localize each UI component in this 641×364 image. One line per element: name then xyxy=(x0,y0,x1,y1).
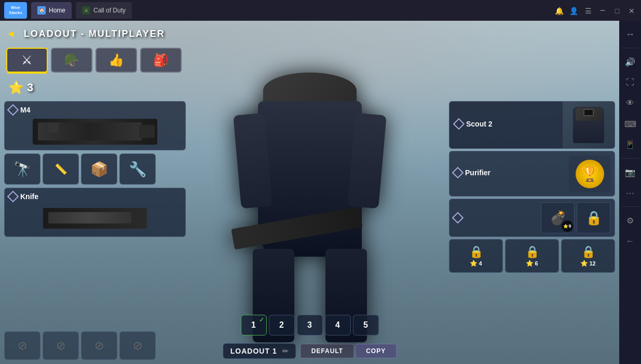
purifier-header: Purifier xyxy=(454,169,565,177)
grenade-slot-1[interactable]: 🔒 xyxy=(577,202,610,233)
bottom-slot-2[interactable]: ⊘ xyxy=(81,331,117,360)
unlock-slot-1[interactable]: 🔒 ⭐ 6 xyxy=(505,239,559,273)
game-viewport: ◄ LOADOUT - MULTIPLAYER ⚔ 🪖 👍 xyxy=(0,21,619,364)
scout-card-body: Scout 2 xyxy=(449,102,615,148)
grenade-0-star: ⭐ xyxy=(563,224,568,229)
purifier-name: Purifier xyxy=(465,169,490,177)
sidebar-capture-btn[interactable]: 📷 xyxy=(621,163,639,181)
maximize-btn[interactable]: □ xyxy=(612,6,622,15)
scout-card-image xyxy=(563,102,615,148)
scout-card[interactable]: Scout 2 xyxy=(449,101,615,149)
sidebar-settings-btn[interactable]: ⚙ xyxy=(621,211,639,230)
sidebar-back-btn[interactable]: ← xyxy=(621,232,639,250)
tab-weapons[interactable]: ⚔ xyxy=(6,48,48,73)
diamond-icon xyxy=(7,104,19,116)
tab-perks[interactable]: 🪖 xyxy=(51,48,92,73)
grenade-slot-0[interactable]: 💣 ⭐ 9 xyxy=(541,202,575,233)
loadout-3[interactable]: 3 xyxy=(297,315,323,335)
home-tab-icon: 🏠 xyxy=(37,6,46,15)
titlebar: BlueStacks 🏠 Home ⚔ Call of Duty 🔔 👤 ☰ −… xyxy=(0,0,641,21)
bottom-slot-3[interactable]: ⊘ xyxy=(119,331,156,360)
sidebar-keyboard-btn[interactable]: ⌨ xyxy=(621,115,639,133)
purifier-card[interactable]: Purifier 🏆 xyxy=(449,151,615,197)
bottom-slot-0[interactable]: ⊘ xyxy=(4,331,40,360)
purifier-diamond-icon xyxy=(452,167,464,179)
perks-tab-icon: 🪖 xyxy=(64,53,79,67)
unlock-1-count: 6 xyxy=(535,260,538,267)
sidebar-expand-btn[interactable]: ↔ xyxy=(621,25,639,44)
attachment-0-icon: 🔭 xyxy=(13,161,32,178)
default-button[interactable]: DEFAULT xyxy=(301,344,354,358)
alert-icon[interactable]: 🔔 xyxy=(554,6,564,15)
unlock-2-lock-icon: 🔒 xyxy=(581,245,595,259)
attachment-slot-2[interactable]: 📦 xyxy=(81,153,117,185)
loadout-2[interactable]: 2 xyxy=(269,315,295,335)
back-button[interactable]: ◄ xyxy=(6,29,16,39)
loadout-2-num: 2 xyxy=(279,320,284,330)
sidebar-volume-btn[interactable]: 🔊 xyxy=(621,52,639,71)
scout-card-left: Scout 2 xyxy=(449,116,563,134)
sidebar-eye-btn[interactable]: 👁 xyxy=(621,94,639,113)
unlock-2-star-icon: ⭐ xyxy=(580,260,588,267)
weapons-tab-icon: ⚔ xyxy=(21,53,33,67)
secondary-diamond-icon xyxy=(7,191,19,203)
loadout-edit-button[interactable]: ✏ xyxy=(282,347,289,355)
sidebar-fullscreen-btn[interactable]: ⛶ xyxy=(621,73,639,92)
loadout-1-check: ✓ xyxy=(259,316,264,324)
loadout-name-bar: LOADOUT 1 ✏ DEFAULT COPY xyxy=(223,343,397,359)
loadout-1[interactable]: ✓ 1 xyxy=(241,315,267,335)
home-tab-label: Home xyxy=(49,7,65,14)
unlock-1-star-icon: ⭐ xyxy=(526,260,534,267)
loadout-4-num: 4 xyxy=(335,320,340,330)
purifier-image: 🏆 xyxy=(569,156,610,192)
loadout-selector: ✓ 1 2 3 4 5 xyxy=(241,315,379,335)
primary-weapon-card[interactable]: M4 xyxy=(4,101,186,150)
tab-equipment[interactable]: 🎒 xyxy=(140,48,182,73)
secondary-weapon-card[interactable]: Knife xyxy=(4,188,186,237)
primary-weapon-name: M4 xyxy=(20,106,30,114)
sidebar-more-btn[interactable]: ⋯ xyxy=(621,184,639,202)
unlock-0-lock-icon: 🔒 xyxy=(469,245,483,259)
unlock-slot-0[interactable]: 🔒 ⭐ 4 xyxy=(449,239,503,273)
loadout-5[interactable]: 5 xyxy=(353,315,379,335)
unlock-1-star-row: ⭐ 6 xyxy=(526,260,538,267)
purifier-info: Purifier xyxy=(454,169,565,179)
scout-card-header: Scout 2 xyxy=(455,120,557,128)
equipment-tab-icon: 🎒 xyxy=(153,53,169,67)
bottom-slot-1[interactable]: ⊘ xyxy=(43,331,79,360)
unlock-slot-2[interactable]: 🔒 ⭐ 12 xyxy=(561,239,615,273)
sidebar-divider-1 xyxy=(621,48,639,48)
copy-button[interactable]: COPY xyxy=(355,344,397,358)
close-btn[interactable]: ✕ xyxy=(626,6,637,15)
attachment-slot-3[interactable]: 🔧 xyxy=(119,153,156,185)
unlock-row: 🔒 ⭐ 4 🔒 ⭐ 6 xyxy=(449,239,615,273)
tab-home[interactable]: 🏠 Home xyxy=(31,2,72,19)
attachment-slot-1[interactable]: 📏 xyxy=(43,153,79,185)
character-display xyxy=(211,57,408,358)
unlock-0-star-icon: ⭐ xyxy=(470,260,478,267)
grenade-0-badge: ⭐ 9 xyxy=(562,220,573,232)
attachment-2-icon: 📦 xyxy=(90,161,108,178)
unlock-2-count: 12 xyxy=(589,260,595,267)
tab-cod[interactable]: ⚔ Call of Duty xyxy=(76,2,132,19)
loadout-4[interactable]: 4 xyxy=(325,315,351,335)
primary-weapon-image-area xyxy=(9,117,181,146)
bottom-slot-3-icon: ⊘ xyxy=(133,339,142,353)
grenade-0-count: 9 xyxy=(568,223,571,229)
sidebar-mobile-btn[interactable]: 📱 xyxy=(621,135,639,154)
secondary-weapon-name: Knife xyxy=(20,192,38,201)
bluestacks-sidebar: ↔ 🔊 ⛶ 👁 ⌨ 📱 📷 ⋯ ⚙ ← xyxy=(619,21,641,364)
bottom-slot-2-icon: ⊘ xyxy=(94,339,104,353)
minimize-btn[interactable]: − xyxy=(597,5,608,16)
account-icon[interactable]: 👤 xyxy=(568,6,579,15)
cod-tab-label: Call of Duty xyxy=(93,7,126,14)
attachment-slot-0[interactable]: 🔭 xyxy=(4,153,40,185)
bottom-slot-1-icon: ⊘ xyxy=(56,339,65,353)
bottom-slot-0-icon: ⊘ xyxy=(18,339,27,353)
grenade-slots: 💣 ⭐ 9 🔒 xyxy=(541,202,610,233)
tab-score[interactable]: 👍 xyxy=(96,48,137,73)
grenade-row[interactable]: 💣 ⭐ 9 🔒 xyxy=(449,199,615,237)
menu-icon[interactable]: ☰ xyxy=(583,6,593,15)
right-panel: Scout 2 xyxy=(449,101,615,273)
secondary-weapon-header: Knife xyxy=(9,192,181,201)
